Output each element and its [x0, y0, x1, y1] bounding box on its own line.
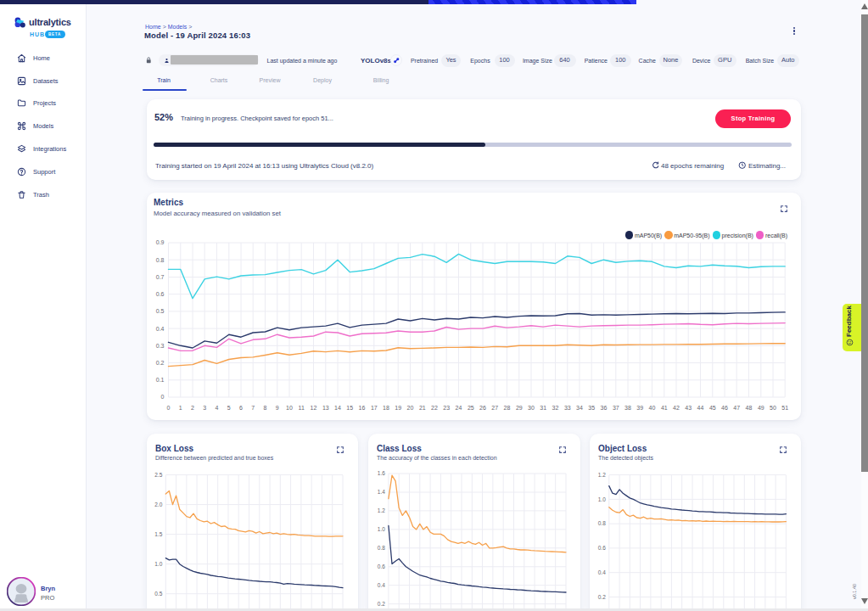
svg-text:0: 0 [167, 405, 171, 411]
svg-text:0.6: 0.6 [378, 563, 385, 569]
svg-text:0.5: 0.5 [156, 308, 165, 314]
svg-text:0.8: 0.8 [156, 257, 165, 263]
svg-text:0.5: 0.5 [154, 591, 162, 597]
svg-text:30: 30 [528, 405, 535, 411]
svg-text:16: 16 [359, 405, 366, 411]
svg-text:19: 19 [395, 405, 401, 411]
svg-text:1.6: 1.6 [378, 470, 385, 476]
svg-text:10: 10 [286, 405, 293, 411]
svg-text:25: 25 [468, 405, 474, 411]
svg-text:0.9: 0.9 [156, 239, 165, 245]
svg-text:1.0: 1.0 [154, 561, 162, 567]
svg-text:41: 41 [661, 405, 668, 411]
svg-text:42: 42 [673, 405, 680, 411]
svg-text:0.6: 0.6 [598, 545, 606, 551]
svg-text:0.4: 0.4 [378, 582, 385, 588]
svg-text:33: 33 [564, 405, 571, 411]
svg-text:7: 7 [251, 405, 255, 411]
svg-text:1.0: 1.0 [378, 526, 385, 532]
svg-text:17: 17 [371, 405, 378, 411]
svg-text:15: 15 [346, 405, 353, 411]
svg-text:27: 27 [491, 405, 498, 411]
svg-text:1: 1 [179, 405, 182, 411]
svg-text:44: 44 [697, 405, 704, 411]
svg-text:1.4: 1.4 [378, 489, 385, 495]
svg-text:2: 2 [191, 405, 194, 411]
svg-text:0.4: 0.4 [156, 326, 165, 332]
svg-text:4: 4 [216, 405, 219, 411]
svg-text:39: 39 [636, 405, 643, 411]
svg-text:1.5: 1.5 [154, 531, 162, 537]
svg-text:13: 13 [322, 405, 329, 411]
svg-text:29: 29 [516, 405, 523, 411]
svg-text:0.8: 0.8 [378, 545, 385, 551]
svg-text:45: 45 [709, 405, 716, 411]
svg-text:38: 38 [624, 405, 631, 411]
svg-text:11: 11 [299, 405, 305, 411]
svg-text:31: 31 [540, 405, 546, 411]
svg-text:0: 0 [161, 394, 165, 400]
svg-text:26: 26 [479, 405, 486, 411]
svg-text:8: 8 [264, 405, 267, 411]
svg-text:36: 36 [601, 405, 608, 411]
svg-text:2.0: 2.0 [154, 502, 162, 507]
svg-text:47: 47 [733, 405, 740, 411]
svg-text:2.5: 2.5 [154, 472, 162, 478]
svg-text:34: 34 [576, 405, 583, 411]
svg-text:0.2: 0.2 [598, 594, 606, 600]
svg-text:22: 22 [431, 405, 438, 411]
svg-text:0.2: 0.2 [378, 601, 385, 607]
svg-text:18: 18 [383, 405, 389, 411]
svg-text:1.2: 1.2 [378, 507, 385, 513]
svg-text:14: 14 [334, 405, 341, 411]
svg-text:43: 43 [685, 405, 692, 411]
svg-text:21: 21 [419, 405, 426, 411]
svg-text:0.2: 0.2 [156, 360, 165, 366]
svg-text:24: 24 [456, 405, 462, 411]
svg-text:35: 35 [588, 405, 595, 411]
svg-text:5: 5 [227, 405, 231, 411]
svg-text:28: 28 [504, 405, 511, 411]
svg-text:12: 12 [311, 405, 317, 411]
svg-text:48: 48 [746, 405, 753, 411]
svg-text:50: 50 [770, 405, 776, 411]
svg-text:51: 51 [781, 405, 788, 411]
svg-text:3: 3 [203, 405, 206, 411]
svg-text:0.4: 0.4 [598, 569, 606, 575]
svg-text:20: 20 [407, 405, 414, 411]
svg-text:0.6: 0.6 [156, 291, 165, 297]
svg-text:23: 23 [443, 405, 450, 411]
svg-text:0.3: 0.3 [156, 343, 165, 349]
svg-text:1.2: 1.2 [598, 472, 606, 478]
svg-text:6: 6 [239, 405, 243, 411]
svg-text:32: 32 [552, 405, 559, 411]
svg-text:46: 46 [721, 405, 728, 411]
svg-text:0.8: 0.8 [598, 520, 606, 526]
svg-text:0.7: 0.7 [156, 274, 165, 280]
svg-text:37: 37 [613, 405, 619, 411]
svg-text:9: 9 [276, 405, 279, 411]
svg-text:40: 40 [649, 405, 656, 411]
svg-text:49: 49 [758, 405, 764, 411]
svg-text:1.0: 1.0 [598, 496, 606, 502]
svg-text:0.1: 0.1 [156, 377, 165, 383]
